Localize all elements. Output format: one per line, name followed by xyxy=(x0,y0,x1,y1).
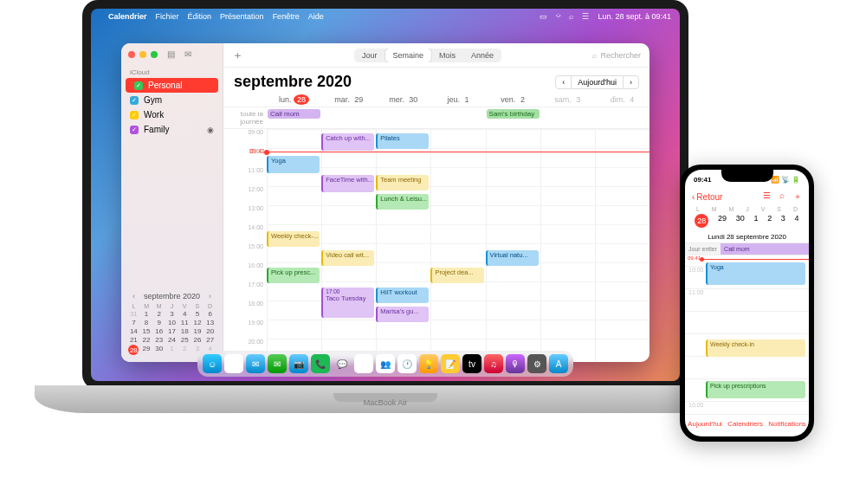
calendar-event[interactable]: Lunch & Leisu... xyxy=(376,194,429,210)
week-grid[interactable]: 09:0010:0011:0012:0013:0014:0015:0016:00… xyxy=(223,129,650,362)
search-icon: ⌕ xyxy=(592,51,597,60)
view-year[interactable]: Année xyxy=(463,48,501,62)
dock-app-icon[interactable]: tv xyxy=(462,354,481,373)
checkbox-icon[interactable]: ✓ xyxy=(130,126,139,134)
list-icon[interactable]: ☰ xyxy=(763,191,771,203)
dock-app-icon[interactable]: ♫ xyxy=(484,354,503,373)
menu-window[interactable]: Fenêtre xyxy=(273,12,300,21)
next-week-button[interactable]: › xyxy=(623,75,639,89)
iphone-date-row[interactable]: 2829301234 xyxy=(685,214,809,231)
dock-app-icon[interactable]: 💬 xyxy=(333,354,352,373)
calendar-event[interactable]: Team meeting xyxy=(376,175,429,191)
mini-prev-month[interactable]: ‹ xyxy=(132,292,135,300)
inbox-icon[interactable]: ✉ xyxy=(184,49,191,59)
day-header[interactable]: jeu. 1 xyxy=(430,93,485,107)
dock-app-icon[interactable]: 🕐 xyxy=(397,354,417,373)
minimize-button[interactable] xyxy=(139,51,146,58)
sidebar-item-work[interactable]: ✓ Work xyxy=(121,107,223,122)
sidebar-item-family[interactable]: ✓ Family ◉ xyxy=(121,122,223,137)
menubar-clock[interactable]: Lun. 28 sept. à 09:41 xyxy=(598,12,671,21)
calendar-event[interactable]: Yoga xyxy=(267,156,320,173)
dock-app-icon[interactable]: 📞 xyxy=(311,354,330,373)
iphone-allday-event[interactable]: Call mom xyxy=(721,243,809,255)
iphone-screen: 09:41 📶 📡 🔋 ‹ Retour ☰ ⌕ ＋ LMMJVSD 28293… xyxy=(685,170,809,436)
mini-cal-grid[interactable]: LMMJVSD311234567891011121314151617181920… xyxy=(128,303,216,355)
view-week[interactable]: Semaine xyxy=(385,48,432,62)
iphone-event[interactable]: Pick up prescriptions xyxy=(706,381,805,398)
calendar-window: ▤ ✉ iCloud ✓ Personal ✓ Gym ✓ Work xyxy=(121,43,650,362)
month-title: septembre 2020 xyxy=(234,73,352,91)
search-icon[interactable]: ⌕ xyxy=(779,191,785,203)
add-event-button[interactable]: ＋ xyxy=(232,48,243,63)
sidebar-item-personal[interactable]: ✓ Personal xyxy=(126,78,218,93)
calendar-event[interactable]: Pick up presc... xyxy=(267,268,320,283)
menu-view[interactable]: Présentation xyxy=(220,12,264,21)
dock-app-icon[interactable]: 💡 xyxy=(419,354,438,373)
today-button[interactable]: Aujourd'hui xyxy=(572,75,623,89)
add-button[interactable]: ＋ xyxy=(793,191,802,203)
sidebar-item-label: Work xyxy=(144,110,164,120)
day-header[interactable]: lun. 28 xyxy=(267,93,321,107)
day-header[interactable]: ven. 2 xyxy=(486,93,540,107)
dock-app-icon[interactable]: 👥 xyxy=(376,354,395,373)
day-header[interactable]: mer. 30 xyxy=(376,93,430,107)
calendar-event[interactable]: Pilates xyxy=(376,133,429,149)
calendar-event[interactable]: Project dea... xyxy=(430,268,483,283)
dock-app-icon[interactable]: ✉ xyxy=(246,354,265,373)
tab-today[interactable]: Aujourd'hui xyxy=(688,420,722,428)
dock-app-icon[interactable]: ⊞ xyxy=(224,354,243,373)
calendar-event[interactable]: Weekly check-... xyxy=(267,231,320,247)
calendar-event[interactable]: FaceTime with... xyxy=(321,175,374,192)
back-button[interactable]: ‹ Retour xyxy=(692,192,722,202)
sidebar-item-gym[interactable]: ✓ Gym xyxy=(121,93,223,107)
iphone-event[interactable]: Yoga xyxy=(706,262,805,285)
iphone-signal-icons: 📶 📡 🔋 xyxy=(771,176,800,184)
desktop-wallpaper: Calendrier Fichier Édition Présentation … xyxy=(91,9,680,381)
allday-event[interactable]: Sam's birthday xyxy=(487,109,540,119)
dock-app-icon[interactable]: 🎙 xyxy=(506,354,525,373)
allday-event[interactable]: Call mom xyxy=(268,109,320,119)
view-month[interactable]: Mois xyxy=(431,48,463,62)
fullscreen-button[interactable] xyxy=(151,51,158,58)
iphone-navbar: ‹ Retour ☰ ⌕ ＋ xyxy=(685,189,809,204)
calendar-event[interactable]: 17:00Taco Tuesday xyxy=(321,288,374,318)
menu-edit[interactable]: Édition xyxy=(188,12,212,21)
calendar-event[interactable]: Video call wit... xyxy=(321,250,374,266)
share-icon[interactable]: ◉ xyxy=(207,126,214,134)
menu-help[interactable]: Aide xyxy=(308,12,324,21)
close-button[interactable] xyxy=(128,51,135,58)
dock-app-icon[interactable]: 📷 xyxy=(289,354,308,373)
days-grid[interactable]: 09:41YogaWeekly check-...Pick up presc..… xyxy=(267,129,650,362)
iphone-time: 09:41 xyxy=(694,176,711,184)
tab-calendars[interactable]: Calendriers xyxy=(727,420,763,428)
checkbox-icon[interactable]: ✓ xyxy=(134,81,143,90)
iphone-event[interactable]: Weekly check-in xyxy=(706,339,805,357)
calendar-event[interactable]: HIIT workout xyxy=(376,288,429,303)
dock-app-icon[interactable]: A xyxy=(549,354,568,373)
menubar-app-name[interactable]: Calendrier xyxy=(108,12,147,21)
iphone-allday-row: Jour entier Call mom xyxy=(685,243,809,255)
menu-file[interactable]: Fichier xyxy=(156,12,179,21)
dock-app-icon[interactable]: 28 xyxy=(354,354,373,373)
view-day[interactable]: Jour xyxy=(354,48,385,62)
calendar-list-icon[interactable]: ▤ xyxy=(167,49,175,59)
search-field[interactable]: ⌕ Rechercher xyxy=(592,51,641,60)
iphone-day-grid[interactable]: 10:0011:0016:0009:41YogaWeekly check-inP… xyxy=(685,255,809,414)
mini-next-month[interactable]: › xyxy=(209,292,211,300)
day-header[interactable]: mar. 29 xyxy=(321,93,376,107)
dock-app-icon[interactable]: ☺ xyxy=(203,354,222,373)
search-icon[interactable]: ⌕ xyxy=(569,12,573,21)
calendar-event[interactable]: Catch up with... xyxy=(321,133,374,151)
tab-notifications[interactable]: Notifications xyxy=(768,420,806,428)
calendar-event[interactable]: Virtual natu... xyxy=(486,250,539,266)
day-header[interactable]: sam. 3 xyxy=(540,93,595,107)
dock-app-icon[interactable]: ✉ xyxy=(268,354,287,373)
prev-week-button[interactable]: ‹ xyxy=(555,75,572,89)
dock-app-icon[interactable]: 📝 xyxy=(441,354,460,373)
calendar-event[interactable]: Marisa's gu... xyxy=(376,307,429,322)
dock-app-icon[interactable]: ⚙ xyxy=(527,354,546,373)
control-center-icon[interactable]: ☰ xyxy=(582,12,589,21)
day-header[interactable]: dim. 4 xyxy=(595,93,650,107)
checkbox-icon[interactable]: ✓ xyxy=(130,96,139,105)
checkbox-icon[interactable]: ✓ xyxy=(130,111,139,120)
